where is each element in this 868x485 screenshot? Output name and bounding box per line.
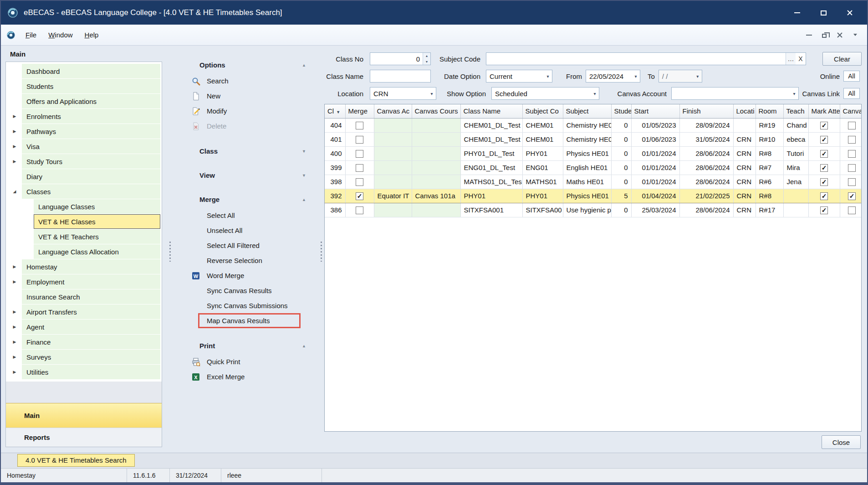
sidebar-item-students[interactable]: Students xyxy=(7,79,160,93)
option-search[interactable]: Search xyxy=(178,73,318,88)
group-header-options[interactable]: Options▲ xyxy=(178,58,318,72)
tree-collapsed-icon[interactable]: ▶ xyxy=(7,310,22,314)
show-option-select[interactable]: Scheduled ▾ xyxy=(491,87,599,100)
sidebar-item-language-classes[interactable]: Language Classes xyxy=(7,199,160,214)
tree-collapsed-icon[interactable]: ▶ xyxy=(7,144,22,149)
group-header-view[interactable]: View▼ xyxy=(178,169,318,182)
table-row-class-401[interactable]: 401CHEM01_DL_TestCHEM01Chemistry HE01001… xyxy=(325,132,862,146)
sidebar-item-utilities[interactable]: ▶Utilities xyxy=(7,365,160,379)
canvas-checkbox[interactable] xyxy=(848,178,856,186)
close-button[interactable] xyxy=(833,29,846,41)
mark_att-checkbox[interactable] xyxy=(820,136,828,144)
sidebar-item-diary[interactable]: Diary xyxy=(7,169,160,184)
merge-checkbox[interactable] xyxy=(356,192,363,200)
table-row-class-386[interactable]: 386SITXFSA001SITXFSA00Use hygienic p025/… xyxy=(325,203,862,217)
table-row-class-399[interactable]: 399ENG01_DL_TestENG01English HE01001/01/… xyxy=(325,160,862,175)
group-header-print[interactable]: Print▲ xyxy=(178,339,318,352)
canvas-checkbox[interactable] xyxy=(848,122,856,129)
tree-collapsed-icon[interactable]: ▶ xyxy=(7,340,22,344)
merge-checkbox[interactable] xyxy=(356,122,363,129)
online-filter-value[interactable]: All xyxy=(843,71,860,82)
dropdown-arrow-icon[interactable]: ▾ xyxy=(428,91,436,96)
tree-collapsed-icon[interactable]: ▶ xyxy=(7,114,22,119)
minimize-button[interactable] xyxy=(802,29,815,41)
column-header-subject-code[interactable]: Subject Co xyxy=(522,104,563,118)
menu-help[interactable]: Help xyxy=(79,29,104,41)
group-header-class[interactable]: Class▼ xyxy=(178,144,318,158)
subject-code-input[interactable]: … X xyxy=(486,52,806,65)
date-option-select[interactable]: Current ▾ xyxy=(486,70,552,83)
sidebar-item-study-tours[interactable]: ▶Study Tours xyxy=(7,154,160,169)
canvas-checkbox[interactable] xyxy=(848,136,856,144)
subject-code-browse-button[interactable]: … xyxy=(786,53,796,65)
spin-down-icon[interactable]: ▾ xyxy=(423,59,430,65)
canvas-checkbox[interactable] xyxy=(848,192,856,200)
dropdown-arrow-icon[interactable]: ▾ xyxy=(591,91,599,96)
sidebar-item-enrolments[interactable]: ▶Enrolments xyxy=(7,109,160,124)
dropdown-arrow-button[interactable] xyxy=(849,29,862,41)
restore-button[interactable] xyxy=(818,29,831,41)
column-header-class-no[interactable]: Cl▼ xyxy=(325,104,345,118)
dropdown-arrow-icon[interactable]: ▾ xyxy=(790,91,798,96)
column-header-canvas-account[interactable]: Canvas Ac xyxy=(374,104,412,118)
navgroup-reports-button[interactable]: Reports xyxy=(6,428,162,447)
tree-collapsed-icon[interactable]: ▶ xyxy=(7,325,22,329)
navgroup-main-button[interactable]: Main xyxy=(6,403,162,428)
tree-expanded-icon[interactable]: ◢ xyxy=(7,189,22,194)
dropdown-arrow-icon[interactable]: ▾ xyxy=(632,74,640,79)
dropdown-arrow-icon[interactable]: ▾ xyxy=(544,74,552,79)
canvas-checkbox[interactable] xyxy=(848,164,856,172)
class-no-input[interactable]: 0 ▴ ▾ xyxy=(370,52,431,65)
minimize-button[interactable] xyxy=(786,5,808,21)
option-select-all-filtered[interactable]: Select All Filtered xyxy=(178,238,318,253)
sidebar-item-employment[interactable]: ▶Employment xyxy=(7,274,160,289)
option-sync-canvas-submissions[interactable]: Sync Canvas Submissions xyxy=(178,298,318,313)
canvas-checkbox[interactable] xyxy=(848,150,856,158)
option-modify[interactable]: Modify xyxy=(178,103,318,119)
column-header-subject[interactable]: Subject xyxy=(563,104,611,118)
column-header-location[interactable]: Locati xyxy=(733,104,756,118)
sidebar-item-pathways[interactable]: ▶Pathways xyxy=(7,124,160,139)
column-header-room[interactable]: Room xyxy=(756,104,783,118)
merge-checkbox[interactable] xyxy=(356,178,363,186)
mark_att-checkbox[interactable] xyxy=(820,192,828,200)
table-row-class-400[interactable]: 400PHY01_DL_TestPHY01Physics HE01001/01/… xyxy=(325,146,862,160)
merge-checkbox[interactable] xyxy=(356,206,363,214)
menu-file[interactable]: File xyxy=(20,29,42,41)
option-quick-print[interactable]: Quick Print xyxy=(178,354,318,369)
mark_att-checkbox[interactable] xyxy=(820,164,828,172)
subject-code-clear-button[interactable]: X xyxy=(796,55,806,62)
mark_att-checkbox[interactable] xyxy=(820,178,828,186)
table-row-class-404[interactable]: 404CHEM01_DL_TestCHEM01Chemistry HE01001… xyxy=(325,118,862,132)
dropdown-arrow-icon[interactable]: ▾ xyxy=(694,74,702,79)
column-header-start[interactable]: Start xyxy=(631,104,679,118)
menu-window[interactable]: Window xyxy=(43,29,78,41)
tree-collapsed-icon[interactable]: ▶ xyxy=(7,355,22,359)
column-header-students[interactable]: Studen xyxy=(611,104,631,118)
sidebar-item-vet-he-teachers[interactable]: VET & HE Teachers xyxy=(7,229,160,244)
option-unselect-all[interactable]: Unselect All xyxy=(178,223,318,238)
sidebar-item-language-class-allocation[interactable]: Language Class Allocation xyxy=(7,244,160,259)
spin-up-icon[interactable]: ▴ xyxy=(423,53,430,59)
column-header-mark-att[interactable]: Mark Atte xyxy=(808,104,840,118)
column-header-class-name[interactable]: Class Name xyxy=(460,104,522,118)
sidebar-item-agent[interactable]: ▶Agent xyxy=(7,320,160,334)
mark_att-checkbox[interactable] xyxy=(820,206,828,214)
sidebar-item-finance[interactable]: ▶Finance xyxy=(7,335,160,349)
column-header-teacher[interactable]: Teach xyxy=(783,104,808,118)
sidebar-item-vet-he-classes[interactable]: VET & HE Classes xyxy=(7,214,160,229)
sidebar-item-dashboard[interactable]: Dashboard xyxy=(7,64,160,78)
tree-collapsed-icon[interactable]: ▶ xyxy=(7,279,22,284)
mark_att-checkbox[interactable] xyxy=(820,150,828,158)
tree-collapsed-icon[interactable]: ▶ xyxy=(7,264,22,269)
sidebar-item-surveys[interactable]: ▶Surveys xyxy=(7,350,160,364)
option-new[interactable]: New xyxy=(178,88,318,103)
merge-checkbox[interactable] xyxy=(356,164,363,172)
splitter-right[interactable] xyxy=(318,49,324,453)
column-header-merge[interactable]: Merge xyxy=(345,104,374,118)
from-date-input[interactable]: 22/05/2024 ▾ xyxy=(586,70,640,83)
tree-collapsed-icon[interactable]: ▶ xyxy=(7,370,22,374)
class-name-input[interactable] xyxy=(370,70,431,83)
merge-checkbox[interactable] xyxy=(356,136,363,144)
option-excel-merge[interactable]: XExcel Merge xyxy=(178,369,318,384)
